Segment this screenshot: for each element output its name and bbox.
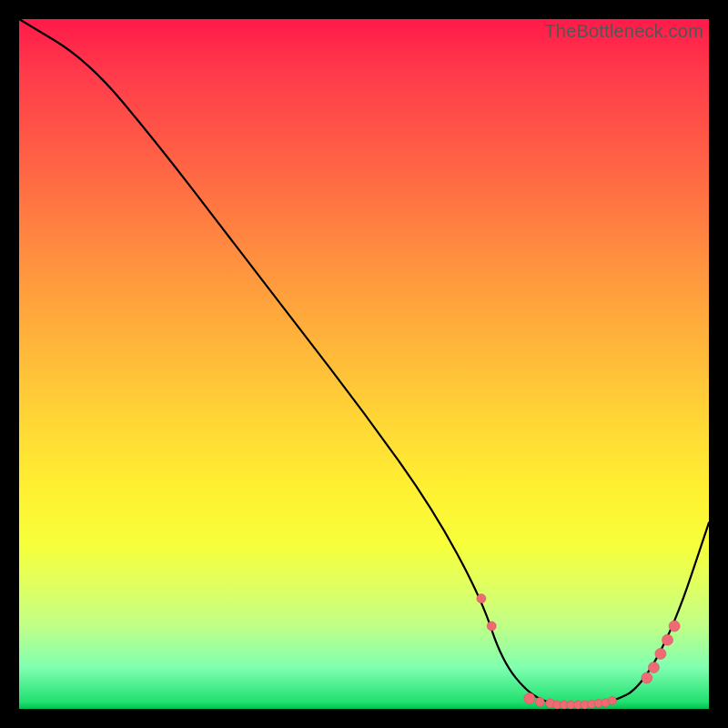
highlight-dot	[535, 697, 544, 706]
highlight-dot	[642, 672, 652, 683]
highlight-dot	[655, 648, 666, 659]
highlight-dot	[477, 594, 486, 603]
highlight-dot	[487, 622, 496, 631]
highlight-dot	[524, 693, 535, 704]
highlight-dots-group	[477, 594, 680, 709]
chart-svg	[19, 19, 709, 709]
bottleneck-curve	[19, 19, 709, 705]
chart-area: TheBottleneck.com	[19, 19, 709, 709]
highlight-dot	[662, 634, 673, 645]
highlight-dot	[669, 621, 680, 632]
highlight-dot	[648, 662, 659, 673]
highlight-dot	[608, 696, 616, 704]
